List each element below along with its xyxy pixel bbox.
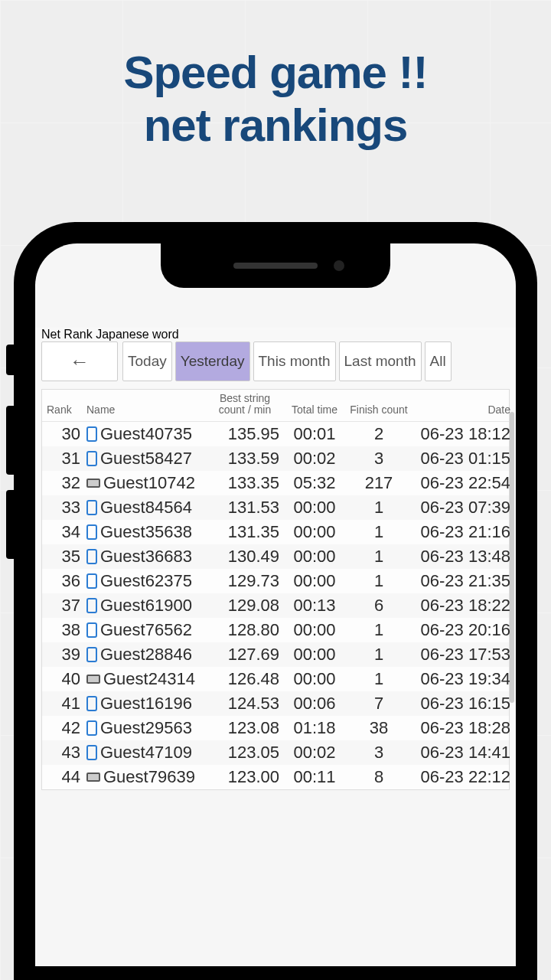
cell-rank: 34 bbox=[47, 522, 83, 542]
table-row[interactable]: 38Guest76562128.8000:00106-23 20:16 bbox=[42, 618, 509, 642]
cell-count: 1 bbox=[350, 547, 408, 567]
mobile-icon bbox=[86, 451, 97, 466]
cell-count: 1 bbox=[350, 522, 408, 542]
table-row[interactable]: 30Guest40735135.9500:01206-23 18:12 bbox=[42, 422, 509, 446]
table-row[interactable]: 31Guest58427133.5900:02306-23 01:15 bbox=[42, 446, 509, 471]
cell-time: 00:00 bbox=[282, 522, 347, 542]
cell-rank: 38 bbox=[47, 620, 83, 640]
camera-icon bbox=[334, 260, 344, 271]
cell-count: 6 bbox=[350, 596, 408, 616]
cell-count: 3 bbox=[350, 743, 408, 763]
mobile-icon bbox=[86, 745, 97, 760]
mobile-icon bbox=[86, 500, 97, 515]
cell-time: 00:00 bbox=[282, 498, 347, 518]
table-row[interactable]: 41Guest16196124.5300:06706-23 16:15 bbox=[42, 691, 509, 716]
cell-date: 06-23 21:16 bbox=[411, 522, 510, 542]
cell-rank: 30 bbox=[47, 424, 83, 444]
table-row[interactable]: 35Guest36683130.4900:00106-23 13:48 bbox=[42, 544, 509, 569]
cell-rank: 37 bbox=[47, 596, 83, 616]
player-name: Guest79639 bbox=[103, 767, 195, 787]
cell-score: 127.69 bbox=[210, 645, 279, 665]
cell-name: Guest10742 bbox=[86, 473, 207, 493]
table-row[interactable]: 39Guest28846127.6900:00106-23 17:53 bbox=[42, 642, 509, 667]
tab-this-month[interactable]: This month bbox=[253, 341, 336, 381]
cell-time: 00:00 bbox=[282, 645, 347, 665]
player-name: Guest47109 bbox=[100, 743, 192, 763]
tab-yesterday[interactable]: Yesterday bbox=[175, 341, 250, 381]
cell-date: 06-23 18:12 bbox=[411, 424, 510, 444]
cell-name: Guest58427 bbox=[86, 449, 207, 469]
phone-side-button bbox=[6, 490, 14, 559]
tab-all[interactable]: All bbox=[425, 341, 452, 381]
cell-time: 05:32 bbox=[282, 473, 347, 493]
cell-score: 133.35 bbox=[210, 473, 279, 493]
headline-line-2: net rankings bbox=[0, 99, 551, 152]
cell-name: Guest79639 bbox=[86, 767, 207, 787]
cell-count: 7 bbox=[350, 694, 408, 714]
cell-name: Guest28846 bbox=[86, 645, 207, 665]
cell-name: Guest84564 bbox=[86, 498, 207, 518]
cell-time: 00:13 bbox=[282, 596, 347, 616]
cell-date: 06-23 19:34 bbox=[411, 669, 510, 689]
table-row[interactable]: 36Guest62375129.7300:00106-23 21:35 bbox=[42, 569, 509, 593]
table-row[interactable]: 44Guest79639123.0000:11806-23 22:12 bbox=[42, 765, 509, 789]
table-row[interactable]: 32Guest10742133.3505:3221706-23 22:54 bbox=[42, 471, 509, 495]
cell-rank: 36 bbox=[47, 571, 83, 591]
cell-count: 217 bbox=[350, 473, 408, 493]
scrollbar[interactable] bbox=[510, 412, 514, 703]
cell-score: 126.48 bbox=[210, 669, 279, 689]
cell-count: 1 bbox=[350, 620, 408, 640]
ranking-app: Net Rank Japanese word ← TodayYesterdayT… bbox=[35, 328, 516, 790]
cell-date: 06-23 14:41 bbox=[411, 743, 510, 763]
period-tabs: TodayYesterdayThis monthLast monthAll bbox=[122, 341, 510, 381]
table-row[interactable]: 43Guest47109123.0500:02306-23 14:41 bbox=[42, 740, 509, 765]
col-score: Best string count / min bbox=[210, 393, 279, 416]
player-name: Guest24314 bbox=[103, 669, 195, 689]
mobile-icon bbox=[86, 549, 97, 564]
cell-score: 123.05 bbox=[210, 743, 279, 763]
cell-name: Guest62375 bbox=[86, 571, 207, 591]
player-name: Guest84564 bbox=[100, 498, 192, 518]
desktop-icon bbox=[86, 675, 100, 684]
cell-date: 06-23 01:15 bbox=[411, 449, 510, 469]
cell-rank: 39 bbox=[47, 645, 83, 665]
cell-name: Guest35638 bbox=[86, 522, 207, 542]
cell-rank: 41 bbox=[47, 694, 83, 714]
col-rank: Rank bbox=[47, 404, 83, 416]
cell-count: 38 bbox=[350, 718, 408, 738]
cell-name: Guest47109 bbox=[86, 743, 207, 763]
table-row[interactable]: 34Guest35638131.3500:00106-23 21:16 bbox=[42, 520, 509, 544]
table-row[interactable]: 37Guest61900129.0800:13606-23 18:22 bbox=[42, 593, 509, 618]
tab-label: Yesterday bbox=[181, 354, 245, 369]
player-name: Guest28846 bbox=[100, 645, 192, 665]
cell-name: Guest29563 bbox=[86, 718, 207, 738]
app-title: Net Rank Japanese word bbox=[41, 328, 510, 341]
table-body: 30Guest40735135.9500:01206-23 18:1231Gue… bbox=[42, 422, 509, 789]
table-row[interactable]: 42Guest29563123.0801:183806-23 18:28 bbox=[42, 716, 509, 740]
tab-today[interactable]: Today bbox=[122, 341, 172, 381]
phone-notch bbox=[161, 243, 390, 288]
cell-time: 00:11 bbox=[282, 767, 347, 787]
cell-score: 129.08 bbox=[210, 596, 279, 616]
desktop-icon bbox=[86, 479, 100, 488]
cell-time: 00:02 bbox=[282, 743, 347, 763]
cell-count: 1 bbox=[350, 645, 408, 665]
phone-side-button bbox=[6, 406, 14, 475]
player-name: Guest61900 bbox=[100, 596, 192, 616]
cell-date: 06-23 16:15 bbox=[411, 694, 510, 714]
table-row[interactable]: 33Guest84564131.5300:00106-23 07:39 bbox=[42, 495, 509, 520]
cell-count: 2 bbox=[350, 424, 408, 444]
player-name: Guest62375 bbox=[100, 571, 192, 591]
cell-name: Guest61900 bbox=[86, 596, 207, 616]
tab-label: Today bbox=[128, 354, 167, 369]
cell-name: Guest76562 bbox=[86, 620, 207, 640]
tab-last-month[interactable]: Last month bbox=[339, 341, 422, 381]
table-row[interactable]: 40Guest24314126.4800:00106-23 19:34 bbox=[42, 667, 509, 691]
cell-count: 3 bbox=[350, 449, 408, 469]
cell-time: 00:01 bbox=[282, 424, 347, 444]
mobile-icon bbox=[86, 524, 97, 540]
back-button[interactable]: ← bbox=[41, 341, 118, 381]
player-name: Guest35638 bbox=[100, 522, 192, 542]
ranking-table: Rank Name Best string count / min Total … bbox=[41, 389, 510, 790]
cell-score: 124.53 bbox=[210, 694, 279, 714]
